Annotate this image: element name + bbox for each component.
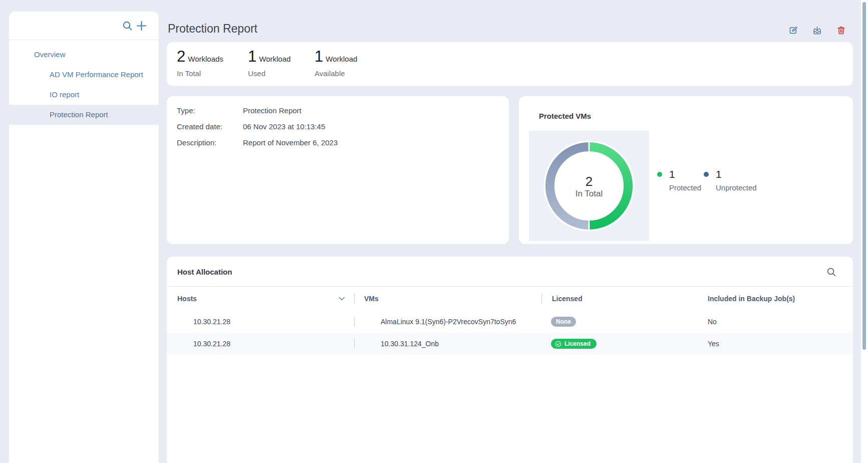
detail-row-type: Type: Protection Report <box>177 102 499 118</box>
legend-unprotected: 1 Unprotected <box>704 168 757 192</box>
stat-in-total: 2Workloads In Total <box>177 48 223 78</box>
stat-value: 2 <box>177 48 185 65</box>
legend-value: 1 <box>716 168 757 181</box>
cell-host: 10.30.21.28 <box>193 333 230 355</box>
donut-total-label: In Total <box>529 189 649 199</box>
legend-value: 1 <box>669 168 701 181</box>
sidebar-item-protection-report[interactable]: Protection Report <box>9 105 159 125</box>
protected-vms-card: Protected VMs 2 In Total 1 Protected 1 <box>519 96 853 244</box>
column-header-hosts[interactable]: Hosts <box>177 287 197 311</box>
cell-licensed: None <box>551 311 576 333</box>
report-actions <box>788 26 846 35</box>
cell-included: No <box>708 311 717 333</box>
stat-value: 1 <box>248 48 256 65</box>
scrollbar-thumb[interactable] <box>862 2 866 350</box>
cell-host: 10.30.21.28 <box>193 311 230 333</box>
column-separator <box>354 339 355 349</box>
check-circle-icon <box>555 341 561 347</box>
legend-dot-unprotected <box>704 172 709 177</box>
add-icon[interactable] <box>136 21 147 31</box>
search-icon[interactable] <box>123 21 132 31</box>
cell-included: Yes <box>708 333 719 355</box>
export-icon[interactable] <box>812 26 822 35</box>
stat-unit: Workloads <box>188 55 223 63</box>
host-allocation-card: Host Allocation Hosts VMs Licensed Inclu… <box>167 257 853 463</box>
license-badge-label: Licensed <box>564 333 591 355</box>
license-badge-none: None <box>551 317 576 327</box>
stat-value: 1 <box>315 48 323 65</box>
host-allocation-title: Host Allocation <box>177 268 232 276</box>
sidebar: Overview AD VM Performance Report IO rep… <box>9 12 159 463</box>
sidebar-toolbar <box>9 12 159 40</box>
detail-label: Created date: <box>177 122 243 131</box>
detail-row-created-date: Created date: 06 Nov 2023 at 10:13:45 <box>177 118 499 134</box>
detail-row-description: Description: Report of November 6, 2023 <box>177 134 499 150</box>
stat-caption: In Total <box>177 69 223 78</box>
stat-used: 1Workload Used <box>248 48 291 78</box>
legend-label: Protected <box>669 183 701 192</box>
column-separator <box>354 294 355 304</box>
stat-caption: Used <box>248 69 291 78</box>
table-row[interactable]: 10.30.21.28 AlmaLinux 9.1(Syn6)-P2Vrecov… <box>167 311 853 333</box>
detail-value: Protection Report <box>243 106 302 115</box>
table-row[interactable]: 10.30.21.28 10.30.31.124_Onb Licensed Ye… <box>167 333 853 355</box>
column-header-vms[interactable]: VMs <box>364 287 379 311</box>
workload-stats-card: 2Workloads In Total 1Workload Used 1Work… <box>167 42 853 86</box>
cell-vm: AlmaLinux 9.1(Syn6)-P2VrecovSyn7toSyn6 <box>381 311 516 333</box>
detail-label: Type: <box>177 106 243 115</box>
table-search-icon[interactable] <box>827 268 836 277</box>
column-header-licensed[interactable]: Licensed <box>552 287 583 311</box>
sidebar-item-ad-vm-performance-report[interactable]: AD VM Performance Report <box>9 65 159 85</box>
sidebar-item-overview[interactable]: Overview <box>9 45 159 65</box>
column-header-included[interactable]: Included in Backup Job(s) <box>708 287 795 311</box>
donut-total-value: 2 <box>529 174 649 188</box>
license-badge-licensed: Licensed <box>551 339 597 349</box>
table-header: Hosts VMs Licensed Included in Backup Jo… <box>167 287 853 311</box>
page-scrollbar <box>861 0 868 463</box>
detail-label: Description: <box>177 138 243 147</box>
page-title: Protection Report <box>168 22 257 36</box>
legend-protected: 1 Protected <box>657 168 701 192</box>
sidebar-menu: Overview AD VM Performance Report IO rep… <box>9 40 159 125</box>
sidebar-item-io-report[interactable]: IO report <box>9 85 159 105</box>
edit-icon[interactable] <box>788 26 798 35</box>
sort-chevron-down-icon[interactable] <box>339 297 345 301</box>
stat-available: 1Workload Available <box>315 48 357 78</box>
detail-value: 06 Nov 2023 at 10:13:45 <box>243 122 325 131</box>
legend-dot-protected <box>657 172 662 177</box>
donut-center: 2 In Total <box>529 174 649 199</box>
delete-icon[interactable] <box>836 26 846 35</box>
legend-label: Unprotected <box>716 183 757 192</box>
column-separator <box>541 294 542 304</box>
protected-vms-title: Protected VMs <box>539 112 591 120</box>
stat-caption: Available <box>315 69 357 78</box>
cell-vm: 10.30.31.124_Onb <box>381 333 439 355</box>
stat-unit: Workload <box>259 55 291 63</box>
detail-value: Report of November 6, 2023 <box>243 138 338 147</box>
stat-unit: Workload <box>326 55 357 63</box>
report-details-card: Type: Protection Report Created date: 06… <box>167 96 509 244</box>
cell-licensed: Licensed <box>551 333 597 355</box>
column-separator <box>354 317 355 327</box>
protected-vms-chart-panel: 2 In Total <box>529 131 649 241</box>
